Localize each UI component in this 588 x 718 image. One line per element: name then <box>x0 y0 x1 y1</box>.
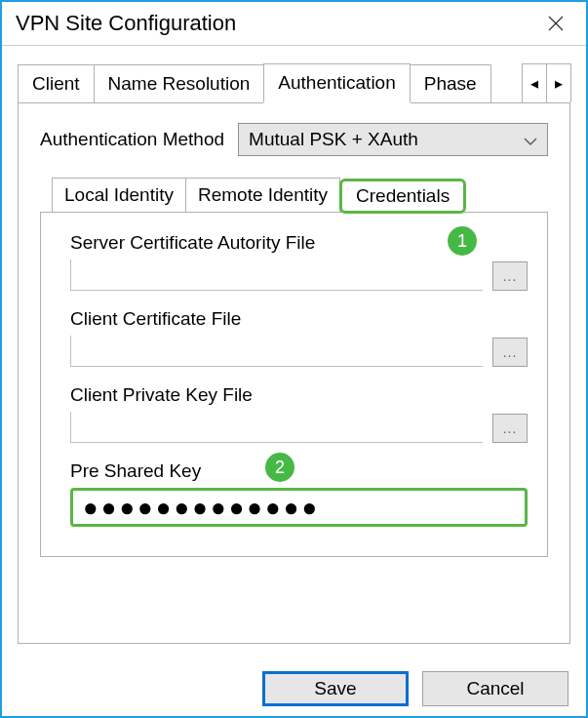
credentials-panel: 1 Server Certificate Autority File ... C… <box>40 212 548 557</box>
titlebar: VPN Site Configuration <box>2 2 586 46</box>
main-tabs: Client Name Resolution Authentication Ph… <box>18 63 570 102</box>
client-cert-input <box>70 336 483 367</box>
annotation-badge-2: 2 <box>265 453 294 482</box>
tab-client[interactable]: Client <box>18 64 95 102</box>
client-key-group: Client Private Key File ... <box>70 384 528 443</box>
tab-name-resolution[interactable]: Name Resolution <box>94 64 265 102</box>
close-button[interactable] <box>533 8 578 39</box>
cancel-button[interactable]: Cancel <box>422 671 568 706</box>
auth-method-select[interactable]: Mutual PSK + XAuth <box>238 123 548 156</box>
server-ca-browse-button[interactable]: ... <box>492 261 528 291</box>
subtab-local-identity[interactable]: Local Identity <box>52 178 186 212</box>
dialog-buttons: Save Cancel <box>2 656 586 716</box>
client-cert-label: Client Certificate File <box>70 308 528 330</box>
auth-panel: Authentication Method Mutual PSK + XAuth… <box>18 102 570 644</box>
psk-label: Pre Shared Key <box>70 460 528 482</box>
psk-input[interactable]: ●●●●●●●●●●●●● <box>70 488 528 527</box>
subtab-credentials[interactable]: Credentials <box>339 179 466 214</box>
client-key-browse-button[interactable]: ... <box>492 414 528 443</box>
tab-scroll-right[interactable]: ▸ <box>546 63 571 102</box>
client-cert-group: Client Certificate File ... <box>70 308 528 367</box>
content-area: Client Name Resolution Authentication Ph… <box>2 46 586 656</box>
client-key-label: Client Private Key File <box>70 384 528 406</box>
close-icon <box>548 16 564 31</box>
tab-authentication[interactable]: Authentication <box>263 63 410 103</box>
psk-value: ●●●●●●●●●●●●● <box>83 493 320 523</box>
tab-phase[interactable]: Phase <box>410 64 491 102</box>
client-cert-browse-button[interactable]: ... <box>492 338 528 367</box>
triangle-left-icon: ◂ <box>530 74 538 93</box>
tab-scroll-left[interactable]: ◂ <box>522 63 547 102</box>
server-ca-input <box>70 259 483 291</box>
vpn-config-window: VPN Site Configuration Client Name Resol… <box>0 0 588 718</box>
client-key-input <box>70 412 483 443</box>
triangle-right-icon: ▸ <box>555 74 563 93</box>
auth-method-value: Mutual PSK + XAuth <box>249 129 418 150</box>
credentials-sub-tabs: Local Identity Remote Identity Credentia… <box>52 178 548 212</box>
save-button[interactable]: Save <box>262 671 409 706</box>
auth-method-row: Authentication Method Mutual PSK + XAuth <box>40 123 548 156</box>
subtab-remote-identity[interactable]: Remote Identity <box>185 178 340 212</box>
psk-group: 2 Pre Shared Key ●●●●●●●●●●●●● <box>70 460 528 527</box>
tab-nav: ◂ ▸ <box>522 63 570 102</box>
chevron-down-icon <box>524 129 537 150</box>
window-title: VPN Site Configuration <box>16 11 236 36</box>
auth-method-label: Authentication Method <box>40 129 224 150</box>
annotation-badge-1: 1 <box>448 226 477 256</box>
